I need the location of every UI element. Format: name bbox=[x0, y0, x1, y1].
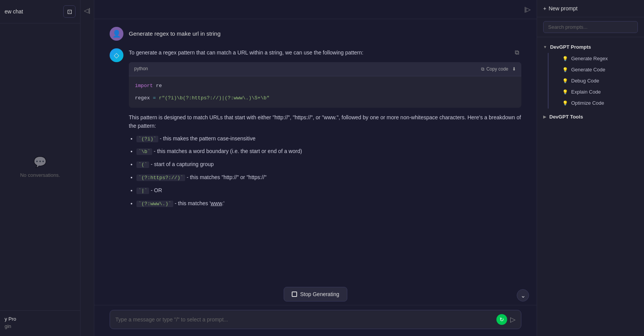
ai-message-row: ◇ ⧉ To generate a regex pattern that can… bbox=[110, 48, 521, 208]
refresh-icon: ↻ bbox=[499, 316, 504, 323]
regex-value: r"(?i)\b(?:https?://)|(?:www\.)\S+\b" bbox=[159, 95, 269, 101]
user-message-row: 👤 Generate regex to make url in string bbox=[110, 27, 521, 41]
chat-input-wrapper: ↻ ▷ bbox=[110, 310, 521, 329]
download-code-button[interactable]: ⬇ bbox=[512, 66, 516, 72]
copy-message-icon: ⧉ bbox=[515, 49, 519, 56]
plan-name: y Pro bbox=[5, 316, 76, 322]
var-name: regex bbox=[135, 95, 153, 101]
prompt-item-generate-code[interactable]: 💡 Generate Code bbox=[549, 64, 644, 75]
prompts-section: ▼ DevGPT Prompts 💡 Generate Regex 💡 Gene… bbox=[537, 37, 644, 336]
chat-header: |▷ bbox=[94, 0, 537, 19]
devgpt-tools-section: ▶ DevGPT Tools bbox=[537, 111, 644, 123]
left-sidebar: ew chat ⊡ 💬 No conversations. y Pro gin bbox=[0, 0, 80, 336]
right-sidebar-header: + New prompt bbox=[537, 0, 644, 17]
bullet-desc-5: - OR bbox=[151, 187, 162, 193]
bullet-item-5: `|` - OR bbox=[136, 186, 521, 195]
input-actions: ↻ ▷ bbox=[496, 314, 516, 325]
code-actions: ⧉ Copy code ⬇ bbox=[481, 66, 516, 72]
stop-icon bbox=[292, 292, 297, 297]
download-icon: ⬇ bbox=[512, 66, 516, 72]
chevron-right-icon: ▶ bbox=[543, 115, 546, 119]
user-message-text: Generate regex to make url in string bbox=[129, 30, 220, 37]
code-body: import re regex = r"(?i)\b(?:https?://)|… bbox=[129, 76, 521, 108]
prompt-icon-3: 💡 bbox=[562, 78, 568, 84]
devgpt-prompts-section-header[interactable]: ▼ DevGPT Prompts bbox=[537, 41, 644, 53]
refresh-button[interactable]: ↻ bbox=[496, 314, 507, 325]
empty-conversations: 💬 No conversations. bbox=[0, 23, 80, 310]
chat-input[interactable] bbox=[115, 316, 493, 323]
ai-avatar: ◇ bbox=[110, 48, 123, 62]
bullet-item-1: `(?i)` - this makes the pattern case-ins… bbox=[136, 134, 521, 143]
code-block-header: python ⧉ Copy code ⬇ bbox=[129, 62, 521, 76]
collapse-left-button[interactable]: ◁| bbox=[82, 5, 92, 16]
collapse-right-icon: |▷ bbox=[524, 6, 531, 13]
bullet-code-5: `|` bbox=[136, 188, 149, 194]
chat-messages: 👤 Generate regex to make url in string ◇… bbox=[94, 19, 537, 305]
assign-op: = bbox=[153, 95, 159, 101]
bullet-item-4: `(?:https?://)` - this matches "http://"… bbox=[136, 173, 521, 182]
new-prompt-label: New prompt bbox=[549, 5, 577, 12]
chat-input-area: ↻ ▷ bbox=[94, 305, 537, 336]
login-button[interactable]: gin bbox=[5, 322, 11, 331]
bullet-code-4: `(?:https?://)` bbox=[136, 175, 185, 181]
new-chat-label: ew chat bbox=[5, 8, 23, 15]
prompt-label-2: Generate Code bbox=[571, 67, 605, 72]
bullet-code-1: `(?i)` bbox=[136, 136, 158, 142]
bullet-desc-3: - start of a capturing group bbox=[151, 161, 214, 167]
no-conversations-icon: 💬 bbox=[33, 156, 47, 168]
copy-code-label: Copy code bbox=[486, 66, 508, 72]
import-keyword: import bbox=[135, 83, 153, 89]
prompt-item-explain-code[interactable]: 💡 Explain Code bbox=[549, 86, 644, 97]
module-name: re bbox=[156, 83, 162, 89]
prompt-item-optimize-code[interactable]: 💡 Optimize Code bbox=[549, 97, 644, 109]
prompt-item-debug-code[interactable]: 💡 Debug Code bbox=[549, 75, 644, 86]
user-avatar: 👤 bbox=[110, 27, 123, 41]
copy-code-icon: ⧉ bbox=[481, 66, 485, 72]
code-block: python ⧉ Copy code ⬇ bbox=[129, 62, 521, 107]
bullet-item-6: `(?:www\.)` - this matches 'www.' bbox=[136, 199, 521, 208]
devgpt-tools-section-header[interactable]: ▶ DevGPT Tools bbox=[537, 111, 644, 123]
stop-generating-button[interactable]: Stop Generating bbox=[284, 287, 347, 301]
devgpt-prompts-label: DevGPT Prompts bbox=[550, 44, 591, 50]
search-prompts-input[interactable] bbox=[543, 21, 638, 33]
right-sidebar: + New prompt ▼ DevGPT Prompts 💡 Generate… bbox=[537, 0, 644, 336]
bullet-item-2: `\b` - this matches a word boundary (i.e… bbox=[136, 147, 521, 156]
bullet-desc-2: - this matches a word boundary (i.e. the… bbox=[154, 148, 302, 154]
user-message-content: Generate regex to make url in string bbox=[129, 29, 521, 38]
bullet-code-6: `(?:www\.)` bbox=[136, 201, 173, 207]
bullet-desc-6: - this matches 'www.' bbox=[175, 200, 225, 206]
bullet-code-2: `\b` bbox=[136, 148, 152, 155]
no-conversations-text: No conversations. bbox=[20, 172, 60, 178]
bullet-code-3: `(` bbox=[136, 161, 149, 168]
bullet-desc-4: - this matches "http://" or "https://" bbox=[187, 174, 266, 180]
plus-icon: + bbox=[543, 5, 546, 12]
chevron-down-icon: ▼ bbox=[543, 45, 547, 49]
code-line-2: regex = r"(?i)\b(?:https?://)|(?:www\.)\… bbox=[135, 94, 515, 102]
new-chat-button[interactable]: ew chat bbox=[5, 8, 23, 15]
collapse-right-button[interactable]: |▷ bbox=[524, 6, 531, 13]
prompts-divider: 💡 Generate Regex 💡 Generate Code 💡 Debug… bbox=[548, 53, 644, 109]
ai-message-content: ⧉ To generate a regex pattern that can m… bbox=[129, 48, 521, 208]
stop-generating-label: Stop Generating bbox=[300, 291, 339, 297]
bullet-item-3: `(` - start of a capturing group bbox=[136, 160, 521, 169]
scroll-down-button[interactable]: ⌄ bbox=[517, 289, 529, 301]
copy-code-button[interactable]: ⧉ Copy code bbox=[481, 66, 508, 72]
send-button[interactable]: ▷ bbox=[510, 315, 516, 324]
prompt-label-5: Optimize Code bbox=[571, 100, 604, 106]
prompt-label-4: Explain Code bbox=[571, 89, 601, 95]
chevron-down-icon: ⌄ bbox=[521, 292, 526, 299]
prompt-item-generate-regex[interactable]: 💡 Generate Regex bbox=[549, 53, 644, 64]
compose-icon: ⊡ bbox=[67, 8, 72, 15]
bullet-list: `(?i)` - this makes the pattern case-ins… bbox=[136, 134, 521, 208]
prompt-label-3: Debug Code bbox=[571, 78, 599, 84]
devgpt-tools-label: DevGPT Tools bbox=[549, 114, 583, 120]
new-prompt-button[interactable]: + New prompt bbox=[543, 5, 578, 12]
prompt-icon-2: 💡 bbox=[562, 67, 568, 72]
code-line-1: import re bbox=[135, 82, 515, 90]
ai-explanation-text: This pattern is designed to match URLs t… bbox=[129, 113, 521, 130]
collapse-left-icon: ◁| bbox=[84, 7, 90, 14]
copy-message-button[interactable]: ⧉ bbox=[513, 48, 521, 57]
collapse-left-panel: ◁| bbox=[80, 0, 94, 336]
code-blank-line bbox=[135, 90, 515, 94]
new-chat-icon-button[interactable]: ⊡ bbox=[63, 5, 76, 18]
